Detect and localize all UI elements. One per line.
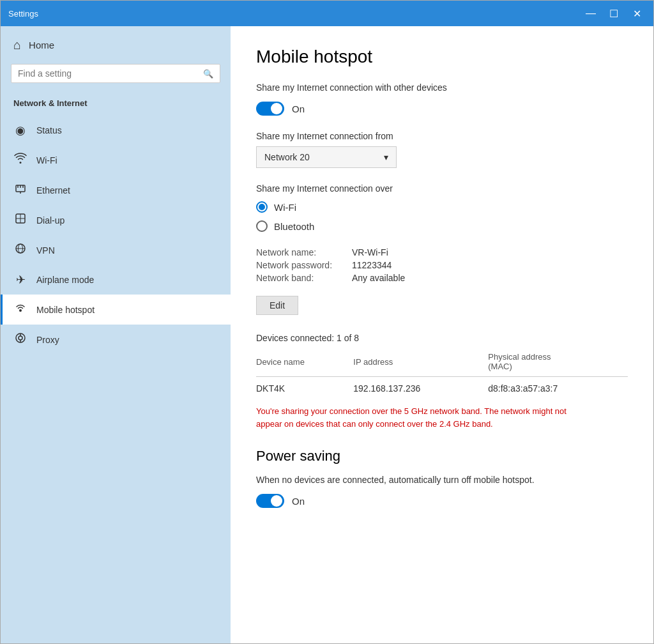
network-password-label: Network password: <box>256 260 352 270</box>
sidebar-item-vpn[interactable]: VPN <box>1 235 231 265</box>
window-content: ⌂ Home 🔍 Network & Internet ◉ Status <box>1 26 653 643</box>
wifi-icon <box>13 153 27 167</box>
home-label: Home <box>29 40 54 50</box>
sidebar-item-wifi[interactable]: Wi-Fi <box>1 145 231 175</box>
settings-window: Settings — ☐ ✕ ⌂ Home 🔍 Network & Intern… <box>0 0 654 644</box>
power-toggle-label: On <box>292 496 305 507</box>
sidebar-item-ethernet[interactable]: Ethernet <box>1 175 231 205</box>
hotspot-icon <box>13 302 27 317</box>
search-box: 🔍 <box>11 64 220 83</box>
device-ip: 192.168.137.236 <box>353 377 488 401</box>
radio-wifi-outer <box>256 201 268 213</box>
devices-connected-label: Devices connected: <box>256 333 334 343</box>
main-content: Mobile hotspot Share my Internet connect… <box>231 26 653 643</box>
sidebar-item-label: Mobile hotspot <box>36 305 95 315</box>
table-row: DKT4K 192.168.137.236 d8:f8:a3:a57:a3:7 <box>256 377 628 401</box>
chevron-down-icon: ▾ <box>384 152 388 162</box>
sidebar-section-label: Network & Internet <box>1 93 231 116</box>
dialup-icon <box>13 213 27 227</box>
hotspot-toggle-label: On <box>292 103 305 114</box>
sidebar-item-label: Wi-Fi <box>36 155 57 165</box>
sidebar-item-status[interactable]: ◉ Status <box>1 116 231 145</box>
radio-bluetooth[interactable]: Bluetooth <box>256 220 628 232</box>
radio-wifi[interactable]: Wi-Fi <box>256 201 628 213</box>
table-header-mac: Physical address (MAC) <box>488 352 628 377</box>
sidebar-item-label: Status <box>36 125 62 135</box>
home-icon: ⌂ <box>13 38 21 52</box>
sidebar-item-hotspot[interactable]: Mobile hotspot <box>1 295 231 325</box>
devices-table: Device name IP address Physical address … <box>256 352 628 400</box>
power-saving-desc: When no devices are connected, automatic… <box>256 475 628 485</box>
svg-point-11 <box>19 309 22 312</box>
share-from-label: Share my Internet connection from <box>256 131 628 141</box>
network-name-label: Network name: <box>256 247 352 257</box>
search-icon: 🔍 <box>203 69 213 79</box>
titlebar: Settings — ☐ ✕ <box>1 1 653 26</box>
edit-button[interactable]: Edit <box>256 296 298 315</box>
minimize-button[interactable]: — <box>582 4 600 22</box>
network-dropdown[interactable]: Network 20 ▾ <box>256 146 397 168</box>
device-mac: d8:f8:a3:a57:a3:7 <box>488 377 628 401</box>
network-info: Network name: VR-Wi-Fi Network password:… <box>256 247 628 283</box>
sidebar-home-item[interactable]: ⌂ Home <box>1 26 231 64</box>
network-name-value: VR-Wi-Fi <box>352 247 628 257</box>
warning-text: You're sharing your connection over the … <box>256 405 588 430</box>
sidebar-item-label: Proxy <box>36 335 59 345</box>
status-icon: ◉ <box>13 123 27 137</box>
window-title: Settings <box>8 9 38 19</box>
share-over-radio-group: Wi-Fi Bluetooth <box>256 201 628 232</box>
hotspot-toggle-row: On <box>256 102 628 116</box>
sidebar-item-label: VPN <box>36 245 55 256</box>
network-password-value: 11223344 <box>352 260 628 270</box>
hotspot-toggle[interactable] <box>256 102 284 116</box>
radio-wifi-label: Wi-Fi <box>274 202 296 213</box>
ethernet-icon <box>13 183 27 197</box>
page-title: Mobile hotspot <box>256 47 628 67</box>
sidebar-item-proxy[interactable]: Proxy <box>1 325 231 355</box>
dropdown-value: Network 20 <box>264 152 310 162</box>
maximize-button[interactable]: ☐ <box>605 4 623 22</box>
search-input[interactable] <box>18 68 198 79</box>
devices-connected-value: 1 of 8 <box>337 333 359 343</box>
radio-bluetooth-outer <box>256 220 268 232</box>
proxy-icon <box>13 332 27 347</box>
sidebar: ⌂ Home 🔍 Network & Internet ◉ Status <box>1 26 231 643</box>
sidebar-item-label: Dial-up <box>36 215 65 226</box>
radio-wifi-inner <box>259 204 265 210</box>
vpn-icon <box>13 243 27 257</box>
window-controls: — ☐ ✕ <box>582 4 646 22</box>
network-band-value: Any available <box>352 273 628 283</box>
sidebar-item-label: Airplane mode <box>36 275 94 285</box>
table-header-ip: IP address <box>353 352 488 377</box>
radio-bluetooth-label: Bluetooth <box>274 221 314 232</box>
share-connection-label: Share my Internet connection with other … <box>256 82 628 93</box>
share-over-label: Share my Internet connection over <box>256 183 628 194</box>
power-toggle-row: On <box>256 494 628 508</box>
airplane-icon: ✈ <box>13 273 27 287</box>
network-band-label: Network band: <box>256 273 352 283</box>
power-toggle[interactable] <box>256 494 284 508</box>
table-header-device: Device name <box>256 352 353 377</box>
device-name: DKT4K <box>256 377 353 401</box>
sidebar-item-airplane[interactable]: ✈ Airplane mode <box>1 265 231 295</box>
power-saving-title: Power saving <box>256 448 628 464</box>
sidebar-item-dialup[interactable]: Dial-up <box>1 205 231 235</box>
svg-point-13 <box>19 336 22 340</box>
sidebar-item-label: Ethernet <box>36 185 70 195</box>
devices-connected-row: Devices connected: 1 of 8 <box>256 333 628 343</box>
close-button[interactable]: ✕ <box>628 4 646 22</box>
